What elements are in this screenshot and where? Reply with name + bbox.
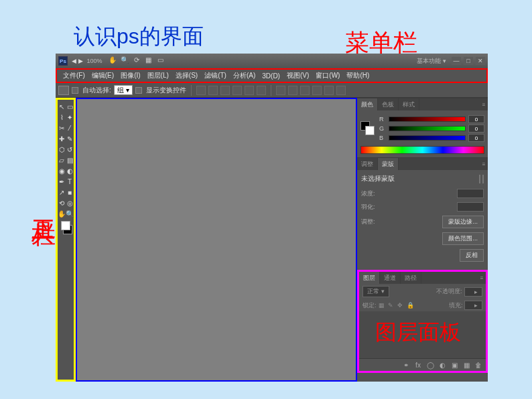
- hand-tool-icon[interactable]: ✋: [108, 56, 117, 66]
- pixel-mask-icon[interactable]: [479, 175, 480, 183]
- tab-layers[interactable]: 图层: [359, 272, 380, 284]
- tab-mask[interactable]: 蒙版: [378, 158, 399, 170]
- vector-mask-icon[interactable]: [482, 175, 484, 183]
- distribute-icon[interactable]: [324, 86, 334, 95]
- menu-image[interactable]: 图像(I): [117, 71, 143, 80]
- mask-edge-button[interactable]: 蒙版边缘...: [442, 216, 484, 228]
- zoom-level[interactable]: 100%: [87, 58, 103, 64]
- brush-tool-icon[interactable]: ✎: [66, 134, 74, 143]
- lock-transparency-icon[interactable]: ▦: [379, 302, 386, 309]
- align-icon[interactable]: [257, 86, 266, 95]
- group-icon[interactable]: ▣: [450, 361, 458, 369]
- zoom-tool-icon[interactable]: 🔍: [120, 56, 129, 66]
- type-tool-icon[interactable]: T: [66, 177, 74, 186]
- wand-tool-icon[interactable]: ✦: [66, 112, 74, 122]
- distribute-icon[interactable]: [300, 86, 310, 95]
- foreground-color[interactable]: [61, 221, 70, 230]
- blend-mode-dropdown[interactable]: 正常 ▾: [362, 286, 389, 297]
- adjustment-layer-icon[interactable]: ◐: [438, 361, 446, 369]
- eyedropper-tool-icon[interactable]: ⁄: [66, 123, 74, 133]
- menu-edit[interactable]: 编辑(E): [88, 71, 117, 80]
- new-layer-icon[interactable]: ▦: [462, 361, 470, 369]
- crop-tool-icon[interactable]: ✂: [58, 123, 66, 133]
- 3d-orbit-icon[interactable]: ◎: [66, 198, 74, 208]
- distribute-icon[interactable]: [312, 86, 322, 95]
- menu-select[interactable]: 选择(S): [172, 71, 201, 80]
- align-icon[interactable]: [220, 86, 230, 95]
- workspace-switcher[interactable]: 基本功能 ▾: [417, 57, 446, 66]
- dodge-tool-icon[interactable]: ◐: [66, 166, 74, 175]
- invert-button[interactable]: 反相: [460, 249, 484, 262]
- pen-tool-icon[interactable]: ✒: [58, 177, 66, 186]
- color-swatch-pair[interactable]: [360, 121, 375, 136]
- tab-adjust[interactable]: 调整: [357, 158, 378, 170]
- menu-3d[interactable]: 3D(D): [259, 72, 283, 80]
- lasso-tool-icon[interactable]: ⌇: [58, 112, 66, 122]
- eraser-tool-icon[interactable]: ▱: [58, 155, 66, 165]
- path-select-icon[interactable]: ↗: [58, 187, 66, 197]
- g-value[interactable]: 0: [468, 125, 484, 133]
- fill-input[interactable]: ▸: [464, 301, 482, 310]
- color-range-button[interactable]: 颜色范围...: [442, 232, 484, 245]
- delete-layer-icon[interactable]: 🗑: [474, 361, 482, 369]
- screen-mode-icon[interactable]: ▭: [156, 56, 165, 66]
- menu-view[interactable]: 视图(V): [283, 71, 312, 80]
- lock-pixels-icon[interactable]: ✎: [388, 302, 395, 309]
- tab-paths[interactable]: 路径: [401, 272, 421, 284]
- bg-swatch[interactable]: [365, 126, 375, 135]
- align-icon[interactable]: [208, 86, 218, 95]
- tool-preset-picker[interactable]: [58, 86, 69, 95]
- rotate-view-icon[interactable]: ⟳: [132, 56, 141, 66]
- r-value[interactable]: 0: [468, 115, 484, 123]
- minimize-button[interactable]: —: [452, 57, 461, 65]
- lock-all-icon[interactable]: 🔒: [407, 302, 414, 309]
- lock-position-icon[interactable]: ✥: [397, 302, 405, 309]
- b-value[interactable]: 0: [468, 134, 484, 142]
- layer-mask-icon[interactable]: ◯: [426, 361, 434, 369]
- menu-filter[interactable]: 滤镜(T): [201, 71, 230, 80]
- link-layers-icon[interactable]: ⚭: [402, 361, 410, 369]
- menu-layer[interactable]: 图层(L): [144, 71, 172, 80]
- menu-help[interactable]: 帮助(H): [343, 71, 373, 80]
- maximize-button[interactable]: □: [464, 57, 473, 65]
- gradient-tool-icon[interactable]: ▤: [66, 155, 74, 165]
- tab-color[interactable]: 颜色: [357, 98, 378, 110]
- hand-pan-icon[interactable]: ✋: [58, 209, 66, 218]
- move-tool-icon[interactable]: ↖: [58, 102, 66, 111]
- distribute-icon[interactable]: [288, 86, 297, 95]
- align-icon[interactable]: [245, 86, 254, 95]
- heal-tool-icon[interactable]: ✚: [58, 134, 66, 143]
- show-transform-checkbox[interactable]: [135, 87, 142, 94]
- density-input[interactable]: [457, 189, 484, 198]
- tab-swatches[interactable]: 色板: [378, 98, 399, 110]
- canvas-area[interactable]: [76, 98, 357, 382]
- stamp-tool-icon[interactable]: ⬡: [58, 145, 66, 154]
- b-slider[interactable]: [389, 135, 466, 141]
- marquee-tool-icon[interactable]: ▭: [66, 102, 74, 111]
- opacity-input[interactable]: ▸: [464, 287, 482, 297]
- feather-input[interactable]: [457, 202, 484, 212]
- menu-window[interactable]: 窗口(W): [312, 71, 343, 80]
- distribute-icon[interactable]: [336, 86, 346, 95]
- menu-file[interactable]: 文件(F): [60, 71, 88, 80]
- zoom-icon[interactable]: 🔍: [66, 209, 74, 218]
- auto-select-checkbox[interactable]: [72, 87, 78, 94]
- g-slider[interactable]: [389, 126, 466, 131]
- panel-menu-icon[interactable]: ≡: [478, 272, 486, 284]
- history-brush-icon[interactable]: ↺: [66, 145, 74, 154]
- panel-menu-icon[interactable]: ≡: [480, 98, 488, 110]
- align-icon[interactable]: [232, 86, 242, 95]
- shape-tool-icon[interactable]: ■: [66, 187, 74, 197]
- auto-select-dropdown[interactable]: 组 ▾: [114, 85, 133, 95]
- menu-analysis[interactable]: 分析(A): [230, 71, 259, 80]
- 3d-rotate-icon[interactable]: ⟲: [58, 198, 66, 208]
- tab-styles[interactable]: 样式: [399, 98, 419, 110]
- close-button[interactable]: ✕: [476, 57, 485, 65]
- arrange-docs-icon[interactable]: ▦: [144, 56, 153, 66]
- r-slider[interactable]: [389, 116, 466, 122]
- blur-tool-icon[interactable]: ◉: [58, 166, 66, 175]
- distribute-icon[interactable]: [276, 86, 285, 95]
- panel-menu-icon[interactable]: ≡: [480, 158, 488, 170]
- align-icon[interactable]: [196, 86, 206, 95]
- tab-channels[interactable]: 通道: [380, 272, 401, 284]
